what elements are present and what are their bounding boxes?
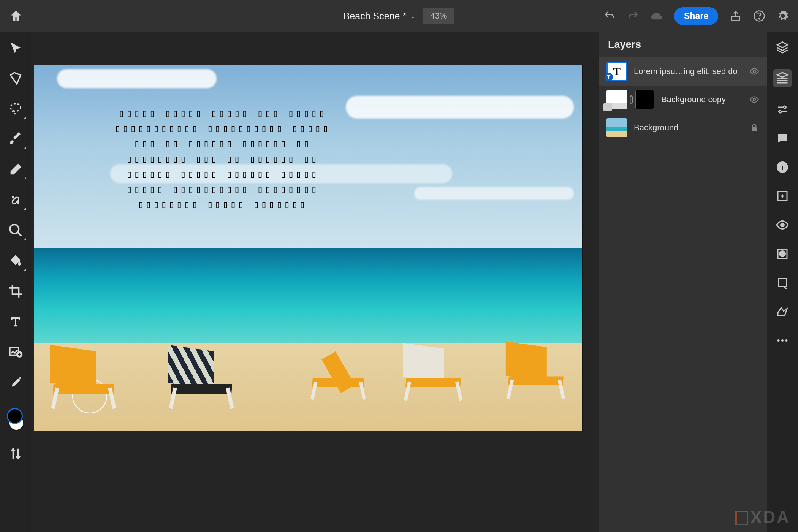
- clip-icon[interactable]: [776, 276, 789, 290]
- zoom-level[interactable]: 43%: [423, 8, 454, 24]
- document-name-label: Beach Scene *: [344, 11, 406, 22]
- svg-point-3: [11, 104, 21, 111]
- canvas-zone[interactable]: ▯▯▯▯▯ ▯▯▯▯▯ ▯▯▯▯▯ ▯▯▯ ▯▯▯▯▯ ▯▯▯▯▯▯▯▯▯▯▯ …: [31, 32, 599, 532]
- crop-tool[interactable]: [8, 283, 23, 299]
- watermark: XDA: [735, 508, 790, 527]
- sea-region: [34, 248, 582, 350]
- layer-thumbnail-smart: [606, 90, 627, 109]
- layers-icon[interactable]: [776, 40, 789, 54]
- svg-point-6: [17, 202, 19, 203]
- svg-point-7: [10, 225, 19, 233]
- help-icon[interactable]: [753, 10, 765, 22]
- document-name[interactable]: Beach Scene * ⌄: [344, 11, 416, 22]
- beach-chair: [163, 348, 239, 409]
- right-panel-rail: [767, 32, 798, 532]
- top-bar: Beach Scene * ⌄ 43% Share: [0, 0, 798, 32]
- layer-properties-icon[interactable]: [773, 69, 792, 87]
- left-toolbar: [0, 32, 31, 532]
- fill-tool[interactable]: [8, 253, 23, 268]
- visibility-icon[interactable]: [749, 95, 759, 104]
- svg-point-21: [777, 339, 780, 342]
- visibility-icon[interactable]: [749, 66, 759, 76]
- link-icon: [629, 94, 634, 105]
- svg-rect-12: [752, 127, 757, 131]
- svg-point-5: [13, 197, 14, 198]
- layer-name: Background copy: [661, 95, 743, 104]
- watermark-logo-icon: [735, 511, 748, 524]
- effects-icon[interactable]: [776, 305, 789, 318]
- beach-chair: [399, 346, 467, 401]
- watermark-text: XDA: [750, 508, 790, 527]
- move-tool[interactable]: [8, 40, 23, 55]
- eraser-tool[interactable]: [8, 162, 23, 177]
- swap-colors-icon[interactable]: [8, 446, 23, 461]
- foreground-color-swatch[interactable]: [7, 408, 23, 424]
- svg-point-14: [779, 111, 781, 113]
- svg-point-2: [759, 18, 760, 19]
- undo-icon[interactable]: [603, 10, 616, 22]
- canvas-text-layer[interactable]: ▯▯▯▯▯ ▯▯▯▯▯ ▯▯▯▯▯ ▯▯▯ ▯▯▯▯▯ ▯▯▯▯▯▯▯▯▯▯▯ …: [66, 106, 378, 212]
- info-icon[interactable]: [776, 160, 789, 174]
- lasso-tool[interactable]: [8, 101, 23, 116]
- color-wells[interactable]: [7, 408, 24, 431]
- transform-tool[interactable]: [8, 71, 23, 86]
- layer-name: Lorem ipsu…ing elit, sed do: [634, 66, 743, 76]
- layer-thumbnail-bg: [606, 118, 627, 137]
- svg-point-19: [780, 251, 785, 257]
- svg-rect-20: [779, 279, 787, 287]
- zoom-tool[interactable]: [8, 223, 23, 238]
- share-button[interactable]: Share: [674, 7, 718, 25]
- layers-panel: Layers T Lorem ipsu…ing elit, sed do Bac…: [599, 32, 767, 532]
- svg-point-11: [753, 98, 756, 101]
- beach-chair: [306, 348, 370, 400]
- layer-mask-thumbnail: [635, 90, 654, 109]
- main-area: ▯▯▯▯▯ ▯▯▯▯▯ ▯▯▯▯▯ ▯▯▯ ▯▯▯▯▯ ▯▯▯▯▯▯▯▯▯▯▯ …: [0, 32, 798, 532]
- add-icon[interactable]: [776, 189, 789, 203]
- chevron-down-icon: ⌄: [410, 12, 416, 20]
- gear-icon[interactable]: [777, 10, 789, 22]
- layer-thumbnail-text: T: [606, 62, 627, 81]
- svg-point-23: [785, 339, 788, 342]
- place-image-tool[interactable]: [8, 344, 23, 359]
- svg-point-22: [781, 339, 784, 342]
- beach-chair: [46, 348, 122, 409]
- canvas[interactable]: ▯▯▯▯▯ ▯▯▯▯▯ ▯▯▯▯▯ ▯▯▯ ▯▯▯▯▯ ▯▯▯▯▯▯▯▯▯▯▯ …: [34, 65, 582, 431]
- layer-item-background[interactable]: Background: [599, 114, 767, 142]
- cloud-icon[interactable]: [651, 10, 663, 22]
- mask-icon[interactable]: [776, 247, 789, 261]
- eyedropper-tool[interactable]: [8, 375, 23, 390]
- adjustments-icon[interactable]: [776, 103, 789, 116]
- visibility-icon[interactable]: [776, 218, 789, 232]
- layer-name: Background: [634, 123, 743, 133]
- svg-rect-0: [732, 16, 739, 21]
- svg-point-10: [753, 70, 756, 73]
- layers-panel-title: Layers: [599, 32, 767, 57]
- beach-chair: [502, 344, 570, 399]
- layer-item-smart[interactable]: Background copy: [599, 86, 767, 114]
- healing-tool[interactable]: [8, 192, 23, 207]
- lock-icon[interactable]: [749, 123, 759, 133]
- more-icon[interactable]: [776, 334, 789, 347]
- home-icon[interactable]: [9, 9, 23, 23]
- export-icon[interactable]: [730, 10, 742, 22]
- brush-tool[interactable]: [8, 131, 23, 147]
- type-tool[interactable]: [8, 314, 23, 329]
- svg-point-17: [781, 223, 784, 227]
- redo-icon[interactable]: [627, 10, 639, 22]
- svg-point-13: [784, 106, 786, 108]
- comments-icon[interactable]: [776, 131, 789, 145]
- layer-item-text[interactable]: T Lorem ipsu…ing elit, sed do: [599, 57, 767, 86]
